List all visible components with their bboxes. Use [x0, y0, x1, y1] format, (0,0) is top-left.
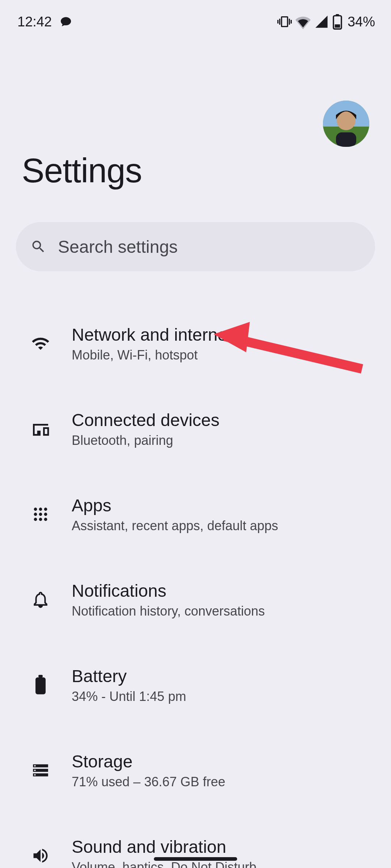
search-placeholder: Search settings — [58, 237, 178, 257]
battery-item-icon — [30, 674, 51, 696]
signal-icon — [314, 14, 329, 29]
svg-point-13 — [34, 518, 37, 521]
search-settings[interactable]: Search settings — [16, 222, 375, 271]
page-title: Settings — [22, 151, 142, 190]
settings-item-notifications[interactable]: Notifications Notification history, conv… — [0, 557, 391, 642]
wifi-item-icon — [30, 333, 51, 354]
storage-icon — [30, 760, 51, 781]
profile-avatar[interactable] — [323, 101, 369, 147]
settings-item-connected[interactable]: Connected devices Bluetooth, pairing — [0, 386, 391, 472]
wifi-icon — [295, 14, 311, 29]
battery-percent: 34% — [348, 14, 375, 30]
svg-point-9 — [44, 508, 47, 511]
item-sub: 71% used – 36.67 GB free — [72, 774, 225, 790]
svg-point-12 — [44, 513, 47, 516]
svg-rect-1 — [336, 14, 339, 16]
battery-icon — [332, 14, 342, 30]
bell-icon — [30, 589, 51, 610]
svg-point-15 — [44, 518, 47, 521]
devices-icon — [30, 418, 51, 440]
status-time: 12:42 — [17, 14, 52, 30]
item-title: Apps — [72, 495, 278, 515]
search-icon — [30, 239, 46, 255]
svg-point-7 — [34, 508, 37, 511]
item-sub: Assistant, recent apps, default apps — [72, 518, 278, 533]
svg-point-11 — [39, 513, 42, 516]
sound-icon — [30, 845, 51, 867]
chat-bubble-icon — [60, 16, 72, 28]
item-title: Battery — [72, 666, 186, 686]
item-title: Notifications — [72, 581, 265, 601]
settings-item-battery[interactable]: Battery 34% - Until 1:45 pm — [0, 642, 391, 728]
settings-item-apps[interactable]: Apps Assistant, recent apps, default app… — [0, 472, 391, 557]
svg-rect-2 — [335, 24, 340, 27]
item-title: Storage — [72, 752, 225, 771]
settings-item-storage[interactable]: Storage 71% used – 36.67 GB free — [0, 728, 391, 813]
settings-list: Network and internet Mobile, Wi-Fi, hots… — [0, 301, 391, 868]
svg-point-8 — [39, 508, 42, 511]
svg-rect-22 — [34, 770, 35, 771]
vibrate-icon — [277, 14, 292, 29]
svg-rect-17 — [38, 675, 43, 677]
item-sub: Volume, haptics, Do Not Disturb — [72, 860, 256, 868]
svg-point-10 — [34, 513, 37, 516]
svg-rect-23 — [34, 774, 35, 775]
svg-rect-16 — [35, 677, 46, 694]
item-sub: 34% - Until 1:45 pm — [72, 689, 186, 704]
apps-icon — [30, 503, 51, 525]
item-title: Connected devices — [72, 410, 219, 430]
svg-rect-6 — [336, 132, 356, 147]
svg-point-14 — [39, 518, 42, 521]
item-sub: Notification history, conversations — [72, 604, 265, 619]
svg-rect-21 — [34, 765, 35, 766]
nav-handle[interactable] — [154, 857, 237, 861]
status-bar: 12:42 34% — [0, 0, 391, 33]
item-title: Network and internet — [72, 325, 232, 345]
settings-item-network[interactable]: Network and internet Mobile, Wi-Fi, hots… — [0, 301, 391, 386]
item-sub: Mobile, Wi-Fi, hotspot — [72, 348, 232, 363]
item-sub: Bluetooth, pairing — [72, 433, 219, 448]
item-title: Sound and vibration — [72, 837, 256, 857]
